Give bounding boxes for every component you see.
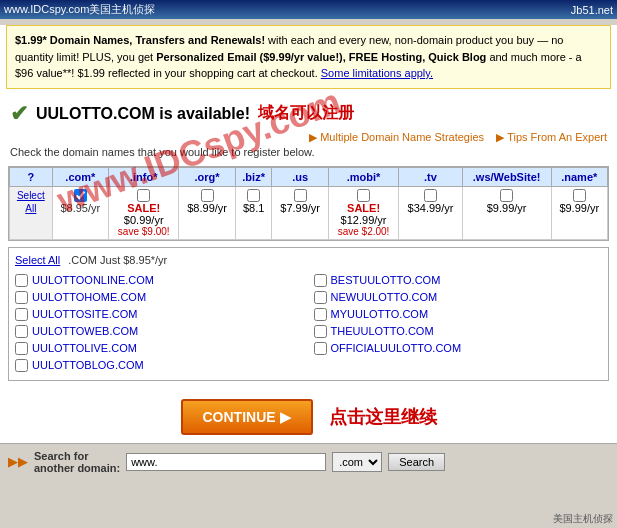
us-cell: $7.99/yr	[272, 186, 328, 239]
info-price: $0.99/yr	[113, 214, 174, 226]
search-bar: ▶▶ Search foranother domain: .com .net .…	[0, 443, 617, 480]
list-item: UULOTTOBLOG.COM	[15, 357, 304, 374]
col-tv: .tv	[399, 167, 463, 186]
suggestion-com-price: .COM Just $8.95*/yr	[68, 254, 167, 266]
org-price: $8.99/yr	[183, 202, 230, 214]
biz-checkbox[interactable]	[247, 189, 260, 202]
suggestion-panel: Select All .COM Just $8.95*/yr UULOTTOON…	[8, 247, 609, 381]
name-price: $9.99/yr	[556, 202, 603, 214]
suggestion-checkbox[interactable]	[15, 308, 28, 321]
continue-button[interactable]: CONTINUE ▶	[181, 399, 313, 435]
suggestion-grid: UULOTTOONLINE.COMUULOTTOHOME.COMUULOTTOS…	[15, 272, 602, 374]
suggestion-checkbox[interactable]	[314, 274, 327, 287]
com-price: $8.95/yr	[57, 202, 104, 214]
mobi-cell: SALE! $12.99/yr save $2.00!	[328, 186, 398, 239]
title-right: Jb51.net	[571, 4, 613, 16]
info-sale: SALE!	[113, 202, 174, 214]
tld-select[interactable]: .com .net .org	[332, 452, 382, 472]
chinese-continue-text: 点击这里继续	[329, 405, 437, 429]
col-org: .org*	[179, 167, 235, 186]
list-item: UULOTTOHOME.COM	[15, 289, 304, 306]
col-mobi: .mobi*	[328, 167, 398, 186]
col-ws: .ws/WebSite!	[462, 167, 551, 186]
suggestion-right-col: BESTUULOTTO.COMNEWUULOTTO.COMMYUULOTTO.C…	[314, 272, 603, 374]
biz-price: $8.1	[240, 202, 268, 214]
select-all-link[interactable]: SelectAll	[14, 189, 48, 215]
titlebar: www.IDCspy.com美国主机侦探 Jb51.net	[0, 0, 617, 19]
domain-table: ? .com* .info* .org* .biz* .us .mobi* .t…	[9, 167, 608, 240]
info-checkbox[interactable]	[137, 189, 150, 202]
list-item: OFFICIALUULOTTO.COM	[314, 340, 603, 357]
suggestion-checkbox[interactable]	[314, 342, 327, 355]
col-question: ?	[10, 167, 53, 186]
suggestion-checkbox[interactable]	[15, 359, 28, 372]
name-cell: $9.99/yr	[551, 186, 607, 239]
main-content: $1.99* Domain Names, Transfers and Renew…	[0, 25, 617, 480]
available-header: ✔ UULOTTO.COM is available! 域名可以注册	[0, 95, 617, 131]
com-cell: $8.95/yr	[52, 186, 108, 239]
ws-checkbox[interactable]	[500, 189, 513, 202]
suggestion-checkbox[interactable]	[15, 274, 28, 287]
ws-cell: $9.99/yr	[462, 186, 551, 239]
name-checkbox[interactable]	[573, 189, 586, 202]
search-label: Search foranother domain:	[34, 450, 120, 474]
suggestion-checkbox[interactable]	[15, 291, 28, 304]
col-name: .name*	[551, 167, 607, 186]
strategies-links: ▶ Multiple Domain Name Strategies ▶ Tips…	[0, 131, 617, 144]
mobi-sale: SALE!	[333, 202, 394, 214]
arrow-icon2: ▶	[496, 131, 504, 143]
promo-bold1: $1.99* Domain Names, Transfers and Renew…	[15, 34, 265, 46]
title-left: www.IDCspy.com美国主机侦探	[4, 2, 155, 17]
list-item: UULOTTOWEB.COM	[15, 323, 304, 340]
info-save: save $9.00!	[113, 226, 174, 237]
mobi-save: save $2.00!	[333, 226, 394, 237]
domain-table-wrapper: ? .com* .info* .org* .biz* .us .mobi* .t…	[8, 166, 609, 241]
tips-link[interactable]: Tips From An Expert	[507, 131, 607, 143]
tv-cell: $34.99/yr	[399, 186, 463, 239]
org-checkbox[interactable]	[201, 189, 214, 202]
promo-bold2: Personalized Email ($9.99/yr value!), FR…	[156, 51, 486, 63]
check-description: Check the domain names that you would li…	[0, 144, 617, 162]
mobi-checkbox[interactable]	[357, 189, 370, 202]
promo-banner: $1.99* Domain Names, Transfers and Renew…	[6, 25, 611, 89]
us-price: $7.99/yr	[276, 202, 323, 214]
bottom-logo: 美国主机侦探	[553, 512, 613, 526]
suggestion-header: Select All .COM Just $8.95*/yr	[15, 254, 602, 266]
list-item: NEWUULOTTO.COM	[314, 289, 603, 306]
col-biz: .biz*	[235, 167, 272, 186]
tv-price: $34.99/yr	[403, 202, 458, 214]
search-input[interactable]	[126, 453, 326, 471]
suggestion-left-col: UULOTTOONLINE.COMUULOTTOHOME.COMUULOTTOS…	[15, 272, 304, 374]
suggestion-checkbox[interactable]	[314, 291, 327, 304]
list-item: MYUULOTTO.COM	[314, 306, 603, 323]
suggestion-checkbox[interactable]	[314, 308, 327, 321]
mobi-price: $12.99/yr	[333, 214, 394, 226]
strategies-link[interactable]: Multiple Domain Name Strategies	[320, 131, 484, 143]
continue-section: CONTINUE ▶ 点击这里继续	[0, 387, 617, 443]
list-item: UULOTTOSITE.COM	[15, 306, 304, 323]
info-cell: SALE! $0.99/yr save $9.00!	[109, 186, 179, 239]
select-all-cell[interactable]: SelectAll	[10, 186, 53, 239]
suggestion-select-all[interactable]: Select All	[15, 254, 60, 266]
arrow-icon1: ▶	[309, 131, 317, 143]
com-checkbox[interactable]	[74, 189, 87, 202]
ws-price: $9.99/yr	[467, 202, 547, 214]
us-checkbox[interactable]	[294, 189, 307, 202]
list-item: THEUULOTTO.COM	[314, 323, 603, 340]
list-item: UULOTTOONLINE.COM	[15, 272, 304, 289]
org-cell: $8.99/yr	[179, 186, 235, 239]
col-com: .com*	[52, 167, 108, 186]
suggestion-checkbox[interactable]	[314, 325, 327, 338]
biz-cell: $8.1	[235, 186, 272, 239]
suggestion-checkbox[interactable]	[15, 325, 28, 338]
tv-checkbox[interactable]	[424, 189, 437, 202]
list-item: BESTUULOTTO.COM	[314, 272, 603, 289]
suggestion-checkbox[interactable]	[15, 342, 28, 355]
promo-link[interactable]: Some limitations apply.	[321, 67, 433, 79]
search-button[interactable]: Search	[388, 453, 445, 471]
col-info: .info*	[109, 167, 179, 186]
search-arrows-icon: ▶▶	[8, 454, 28, 469]
available-domain: UULOTTO.COM is available!	[36, 105, 250, 123]
col-us: .us	[272, 167, 328, 186]
checkmark-icon: ✔	[10, 101, 28, 127]
